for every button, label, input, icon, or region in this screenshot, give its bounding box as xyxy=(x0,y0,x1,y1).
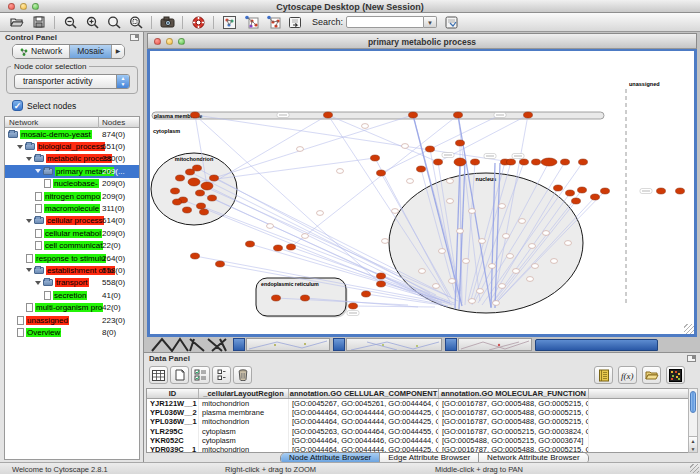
tree-row-primary-metabol[interactable]: primary metabol209(... xyxy=(5,165,139,177)
network-overview-button[interactable] xyxy=(219,14,239,30)
formula-builder-button[interactable]: f(x) xyxy=(618,366,637,384)
gene-node[interactable] xyxy=(362,291,371,297)
gene-node[interactable] xyxy=(210,175,219,181)
gene-node-small[interactable] xyxy=(469,209,476,214)
gene-node-small[interactable] xyxy=(527,277,534,282)
background-window-titlebar[interactable] xyxy=(445,338,457,351)
delete-row-button[interactable] xyxy=(233,366,252,384)
tree-row-nitrogen-compo[interactable]: nitrogen compo209(0) xyxy=(5,190,139,202)
gene-node[interactable] xyxy=(409,112,418,118)
table-row-ypl036w-2[interactable]: YPL036W__2plasma membrane[GO:0044464, GO… xyxy=(147,408,689,417)
gene-node[interactable] xyxy=(246,241,255,247)
gene-node[interactable] xyxy=(532,159,541,165)
help-button[interactable] xyxy=(188,14,208,30)
gene-node[interactable] xyxy=(377,170,386,176)
tree-row-cell-communicat[interactable]: cell communicat22(0) xyxy=(5,240,139,252)
table-row-ylr295c[interactable]: YLR295Ccytoplasm[GO:0045263, GO:0044464,… xyxy=(147,427,689,436)
background-window-titlebar[interactable] xyxy=(233,338,245,351)
float-panel-icon[interactable] xyxy=(130,34,139,41)
snapshot-button[interactable] xyxy=(157,14,177,30)
gene-node-small[interactable] xyxy=(447,179,454,184)
gene-node[interactable] xyxy=(208,195,217,201)
table-row-ykr052c[interactable]: YKR052Ccytoplasm[GO:0044464, GO:0044446,… xyxy=(147,436,689,445)
select-attributes-button[interactable] xyxy=(149,366,168,384)
zoom-fit-button[interactable] xyxy=(104,14,124,30)
heatmap-view-button[interactable] xyxy=(666,366,685,384)
search-dropdown-button[interactable]: ▼ xyxy=(424,16,437,28)
gene-node[interactable] xyxy=(601,188,610,194)
gene-node[interactable] xyxy=(454,158,466,166)
import-annotation-button[interactable] xyxy=(285,14,305,30)
gene-node-small[interactable] xyxy=(447,199,454,204)
zoom-in-button[interactable] xyxy=(82,14,102,30)
gene-node[interactable] xyxy=(274,245,283,251)
gene-node-small[interactable] xyxy=(463,259,470,264)
gene-node[interactable] xyxy=(173,199,182,205)
gene-node-small[interactable] xyxy=(565,241,572,246)
gene-node[interactable] xyxy=(324,112,333,118)
tree-row-metabolic-process[interactable]: metabolic process280(0) xyxy=(5,153,139,165)
gene-node[interactable] xyxy=(454,112,463,118)
tree-row-cellular-metabol[interactable]: cellular metabol209(0) xyxy=(5,227,139,239)
gene-node[interactable] xyxy=(196,190,205,196)
scrollbar-thumb[interactable] xyxy=(690,391,696,413)
gene-node[interactable] xyxy=(471,159,480,165)
table-column-annotation-go-cellular-component[interactable]: annotation.GO CELLULAR_COMPONENT xyxy=(289,389,439,398)
gene-node[interactable] xyxy=(188,178,200,186)
gene-node[interactable] xyxy=(183,207,192,213)
gene-node[interactable] xyxy=(301,295,310,301)
tree-row-establishment-of-lo[interactable]: establishment of lo558(0) xyxy=(5,264,139,276)
gene-node-small[interactable] xyxy=(479,239,486,244)
network-canvas[interactable]: plasma membranecytoplasmmitochondrionnuc… xyxy=(147,49,697,337)
gene-node[interactable] xyxy=(657,188,666,194)
gene-node[interactable] xyxy=(216,261,225,267)
gene-node[interactable] xyxy=(434,159,443,165)
gene-node-small[interactable] xyxy=(382,239,389,244)
gene-node[interactable] xyxy=(524,112,533,118)
gene-node-small[interactable] xyxy=(337,169,344,174)
gene-node-small[interactable] xyxy=(529,244,536,249)
gene-node[interactable] xyxy=(417,166,426,172)
gene-node[interactable] xyxy=(578,187,587,193)
background-window-strip[interactable] xyxy=(346,338,442,351)
tree-row-transport[interactable]: transport558(0) xyxy=(5,277,139,289)
gene-node-small[interactable] xyxy=(519,219,526,224)
tree-row-cellular-process[interactable]: cellular process614(0) xyxy=(5,215,139,227)
app-resize-grip[interactable] xyxy=(690,464,699,473)
gene-node-small[interactable] xyxy=(439,249,446,254)
gene-node-small[interactable] xyxy=(532,264,539,269)
gene-node-small[interactable] xyxy=(551,259,558,264)
gene-node[interactable] xyxy=(371,155,380,161)
search-input[interactable] xyxy=(346,16,424,28)
tree-row-biological-process[interactable]: biological_process651(0) xyxy=(5,140,139,152)
gene-node[interactable] xyxy=(287,244,296,250)
gene-node-small[interactable] xyxy=(392,209,399,214)
zoom-out-button[interactable] xyxy=(60,14,80,30)
table-vertical-scrollbar[interactable]: ▲▼ xyxy=(688,388,698,453)
gene-node[interactable] xyxy=(561,159,570,165)
gene-node[interactable] xyxy=(377,281,386,287)
table-column-annotation-go-molecular-function[interactable]: annotation.GO MOLECULAR_FUNCTION xyxy=(439,389,589,398)
gene-node-small[interactable] xyxy=(499,204,506,209)
gene-node-small[interactable] xyxy=(402,144,409,149)
gene-node-small[interactable] xyxy=(477,289,484,294)
gene-node[interactable] xyxy=(520,159,529,165)
gene-node-small[interactable] xyxy=(489,264,496,269)
table-row-ypl036w-1[interactable]: YPL036W__1mitochondrion[GO:0044464, GO:0… xyxy=(147,417,689,426)
float-data-panel-icon[interactable] xyxy=(687,355,696,362)
gene-node[interactable] xyxy=(349,303,358,309)
expand-arrow-icon[interactable] xyxy=(35,281,41,285)
background-window-titlebar-wide[interactable] xyxy=(535,339,658,351)
tab-mosaic[interactable]: Mosaic xyxy=(70,45,112,58)
gene-node-small[interactable] xyxy=(302,234,309,239)
layout-nodes-2-button[interactable] xyxy=(263,14,283,30)
gene-node-small[interactable] xyxy=(419,269,426,274)
gene-node[interactable] xyxy=(377,273,386,279)
expand-arrow-icon[interactable] xyxy=(26,157,32,161)
expand-arrow-icon[interactable] xyxy=(17,145,23,149)
gene-node[interactable] xyxy=(191,253,200,259)
tree-row-macromolecule[interactable]: macromolecule311(0) xyxy=(5,202,139,214)
attribute-editor-button[interactable] xyxy=(594,366,613,384)
gene-node-small[interactable] xyxy=(457,229,464,234)
gene-node-small[interactable] xyxy=(507,254,514,259)
